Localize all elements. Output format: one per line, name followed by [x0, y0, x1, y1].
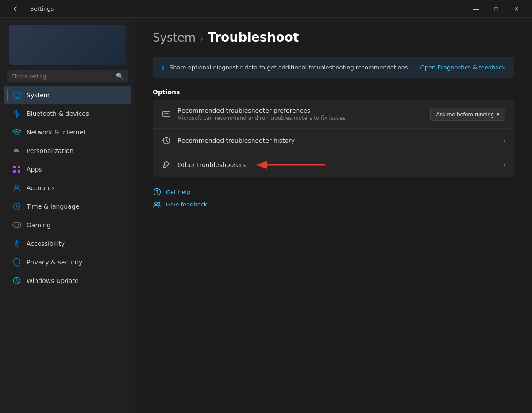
red-arrow-annotation	[250, 156, 330, 174]
accounts-icon	[12, 184, 21, 192]
nav-network[interactable]: Network & internet	[4, 123, 131, 141]
titlebar-left: Settings	[5, 2, 54, 16]
dropdown-chevron-icon: ▾	[497, 111, 500, 118]
search-icon: 🔍	[116, 73, 123, 80]
prefs-text: Recommended troubleshooter preferences M…	[177, 107, 346, 121]
give-feedback-link[interactable]: Give feedback	[153, 200, 514, 209]
windows-update-label: Windows Update	[27, 277, 79, 284]
nav-personalization[interactable]: ✏️ Personalization	[4, 142, 131, 160]
options-group: Recommended troubleshooter preferences M…	[153, 100, 514, 177]
sidebar: 🔍 System Bluetooth & devices Network & i…	[0, 18, 135, 413]
svg-rect-15	[163, 111, 170, 117]
page-header: System › Troubleshoot	[153, 30, 514, 45]
nav-gaming[interactable]: Gaming	[4, 216, 131, 234]
prefs-icon	[162, 109, 171, 119]
options-section-title: Options	[153, 88, 514, 96]
minimize-button[interactable]: —	[466, 2, 486, 16]
system-icon	[12, 91, 21, 99]
svg-rect-4	[13, 166, 16, 168]
wrench-icon	[162, 160, 171, 170]
nav-system[interactable]: System	[4, 86, 131, 104]
history-title: Recommended troubleshooter history	[177, 137, 295, 144]
banner-text: Share optional diagnostic data to get ad…	[170, 64, 409, 71]
time-icon	[12, 202, 21, 211]
privacy-label: Privacy & security	[27, 259, 82, 266]
svg-point-12	[18, 225, 19, 226]
network-label: Network & internet	[27, 129, 86, 136]
page-title: Troubleshoot	[208, 30, 299, 45]
diagnostics-link[interactable]: Open Diagnostics & feedback	[420, 64, 505, 71]
option-recommended-history[interactable]: Recommended troubleshooter history ›	[153, 129, 514, 153]
other-right: ›	[503, 161, 505, 168]
apps-icon	[12, 165, 21, 174]
other-text: Other troubleshooters	[177, 161, 246, 168]
nav-accessibility[interactable]: Accessibility	[4, 235, 131, 252]
give-feedback-icon	[153, 200, 162, 209]
nav-privacy[interactable]: Privacy & security	[4, 253, 131, 271]
svg-point-13	[16, 240, 18, 241]
get-help-link[interactable]: Get help	[153, 187, 514, 196]
prefs-subtitle: Microsoft can recommend and run troubles…	[177, 115, 346, 121]
accessibility-label: Accessibility	[27, 240, 65, 247]
svg-point-11	[18, 224, 19, 225]
wifi-icon	[12, 128, 21, 137]
option-left-other: Other troubleshooters	[162, 160, 246, 170]
back-button[interactable]	[5, 2, 26, 16]
footer-links: Get help Give feedback	[153, 187, 514, 209]
svg-point-8	[15, 185, 19, 188]
info-banner-left: ℹ Share optional diagnostic data to get …	[162, 63, 410, 72]
svg-rect-1	[15, 97, 18, 98]
option-left-history: Recommended troubleshooter history	[162, 136, 295, 145]
accounts-label: Accounts	[27, 184, 55, 191]
history-text: Recommended troubleshooter history	[177, 137, 295, 144]
get-help-icon	[153, 187, 162, 196]
time-label: Time & language	[27, 203, 79, 210]
nav-windows-update[interactable]: Windows Update	[4, 272, 131, 290]
content-area: System › Troubleshoot ℹ Share optional d…	[135, 18, 532, 413]
prefs-title: Recommended troubleshooter preferences	[177, 107, 346, 114]
info-icon: ℹ	[162, 63, 164, 72]
close-button[interactable]: ✕	[506, 2, 527, 16]
apps-label: Apps	[27, 166, 42, 173]
bluetooth-icon	[12, 109, 21, 118]
dropdown-label: Ask me before running	[436, 111, 494, 118]
windows-update-icon	[12, 276, 21, 285]
svg-rect-10	[13, 223, 21, 227]
personalization-label: Personalization	[27, 147, 73, 154]
svg-point-20	[155, 202, 158, 205]
option-other-troubleshooters[interactable]: Other troubleshooters ›	[153, 153, 514, 177]
other-chevron-icon: ›	[503, 161, 505, 168]
bluetooth-label: Bluetooth & devices	[27, 110, 89, 117]
personalization-icon: ✏️	[12, 146, 21, 155]
history-icon	[162, 136, 171, 145]
search-input[interactable]	[12, 73, 112, 80]
svg-point-3	[16, 135, 17, 136]
svg-rect-6	[13, 170, 16, 173]
search-box[interactable]: 🔍	[7, 70, 128, 82]
breadcrumb-parent[interactable]: System	[153, 31, 196, 44]
history-right: ›	[503, 137, 505, 144]
svg-point-19	[157, 193, 158, 194]
maximize-button[interactable]: □	[486, 2, 506, 16]
gaming-icon	[12, 221, 21, 229]
nav-accounts[interactable]: Accounts	[4, 179, 131, 197]
prefs-right: Ask me before running ▾	[430, 108, 505, 121]
user-avatar	[9, 25, 126, 65]
app-layout: 🔍 System Bluetooth & devices Network & i…	[0, 18, 532, 413]
nav-apps[interactable]: Apps	[4, 161, 131, 178]
svg-rect-7	[18, 170, 20, 173]
svg-point-21	[158, 202, 160, 204]
svg-rect-2	[15, 98, 19, 99]
app-title: Settings	[30, 5, 54, 12]
breadcrumb-separator: ›	[200, 34, 203, 43]
history-chevron-icon: ›	[503, 137, 505, 144]
gaming-label: Gaming	[27, 222, 51, 229]
give-feedback-text: Give feedback	[166, 201, 207, 208]
option-left-prefs: Recommended troubleshooter preferences M…	[162, 107, 346, 121]
system-label: System	[27, 92, 50, 99]
prefs-dropdown[interactable]: Ask me before running ▾	[430, 108, 505, 121]
option-recommended-prefs[interactable]: Recommended troubleshooter preferences M…	[153, 100, 514, 129]
nav-bluetooth[interactable]: Bluetooth & devices	[4, 105, 131, 122]
svg-rect-0	[13, 92, 20, 97]
nav-time[interactable]: Time & language	[4, 198, 131, 215]
